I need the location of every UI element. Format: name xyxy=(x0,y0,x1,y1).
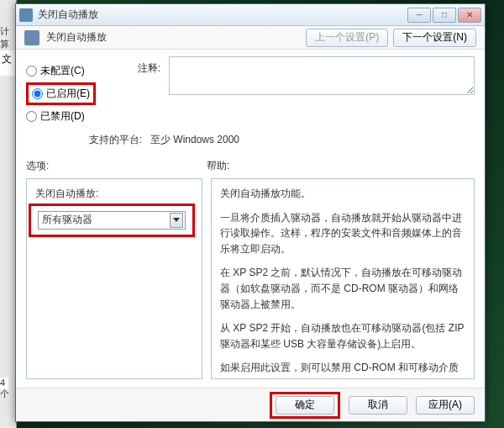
background-window-fragment-3: 4 个 xyxy=(0,378,8,389)
maximize-button[interactable]: □ xyxy=(433,8,456,23)
chevron-down-icon xyxy=(173,218,180,222)
policy-icon xyxy=(24,30,39,45)
dropdown-selected-text: 所有驱动器 xyxy=(42,212,170,228)
header-bar: 关闭自动播放 上一个设置(P) 下一个设置(N) xyxy=(16,26,485,50)
background-window-fragment-2: 文 xyxy=(0,50,15,76)
options-panel: 关闭自动播放: 所有驱动器 xyxy=(26,178,202,379)
radio-enabled-label: 已启用(E) xyxy=(46,87,90,101)
content-area: 未配置(C) 已启用(E) 已禁用(D) 注释: 支持的平台: 至少 Windo… xyxy=(16,50,485,388)
autoplay-target-dropdown[interactable]: 所有驱动器 xyxy=(38,211,186,230)
window-title: 关闭自动播放 xyxy=(38,8,406,22)
radio-disabled[interactable]: 已禁用(D) xyxy=(26,109,102,124)
help-panel[interactable]: 关闭自动播放功能。 一旦将介质插入驱动器，自动播放就开始从驱动器中进行读取操作。… xyxy=(211,178,475,379)
platform-label: 支持的平台: xyxy=(26,133,150,147)
help-paragraph: 从 XP SP2 开始，自动播放也在可移动驱动器(包括 ZIP 驱动器和某些 U… xyxy=(220,320,465,351)
ok-button[interactable]: 确定 xyxy=(276,396,334,415)
radio-not-configured-input[interactable] xyxy=(26,66,37,77)
header-title: 关闭自动播放 xyxy=(46,30,107,45)
option-group-label: 关闭自动播放: xyxy=(35,186,193,202)
prev-setting-button[interactable]: 上一个设置(P) xyxy=(306,29,388,47)
state-radio-group: 未配置(C) 已启用(E) 已禁用(D) xyxy=(26,56,102,128)
apply-button[interactable]: 应用(A) xyxy=(416,396,475,415)
help-paragraph: 如果启用此设置，则可以禁用 CD-ROM 和可移动介质驱动器上的自动播放，也可以… xyxy=(220,360,465,379)
radio-not-configured[interactable]: 未配置(C) xyxy=(26,64,102,78)
highlight-enabled: 已启用(E) xyxy=(26,82,96,105)
titlebar[interactable]: 关闭自动播放 ─ □ ✕ xyxy=(16,4,485,26)
dropdown-toggle-button[interactable] xyxy=(170,213,183,228)
platform-value: 至少 Windows 2000 xyxy=(150,133,239,147)
options-heading: 选项: xyxy=(26,159,207,173)
next-setting-button[interactable]: 下一个设置(N) xyxy=(393,29,476,47)
minimize-button[interactable]: ─ xyxy=(407,8,431,23)
radio-disabled-label: 已禁用(D) xyxy=(40,109,85,124)
radio-disabled-input[interactable] xyxy=(26,111,37,122)
cancel-button[interactable]: 取消 xyxy=(349,396,407,415)
highlight-dropdown: 所有驱动器 xyxy=(29,203,195,237)
radio-enabled-input[interactable] xyxy=(32,88,43,99)
window-icon xyxy=(19,8,33,22)
notes-label: 注释: xyxy=(110,56,160,76)
radio-not-configured-label: 未配置(C) xyxy=(40,64,85,78)
notes-textarea[interactable] xyxy=(169,56,475,95)
close-button[interactable]: ✕ xyxy=(458,8,481,23)
help-paragraph: 关闭自动播放功能。 xyxy=(220,186,465,202)
help-paragraph: 在 XP SP2 之前，默认情况下，自动播放在可移动驱动器（如软盘驱动器，而不是… xyxy=(220,265,465,312)
highlight-ok: 确定 xyxy=(270,392,340,419)
help-paragraph: 一旦将介质插入驱动器，自动播放就开始从驱动器中进行读取操作。这样，程序的安装文件… xyxy=(220,210,465,257)
dialog-window: 关闭自动播放 ─ □ ✕ 关闭自动播放 上一个设置(P) 下一个设置(N) 未配… xyxy=(15,3,486,422)
dialog-footer: 确定 取消 应用(A) xyxy=(16,388,485,421)
radio-enabled[interactable]: 已启用(E) xyxy=(32,87,90,101)
help-heading: 帮助: xyxy=(207,159,229,173)
